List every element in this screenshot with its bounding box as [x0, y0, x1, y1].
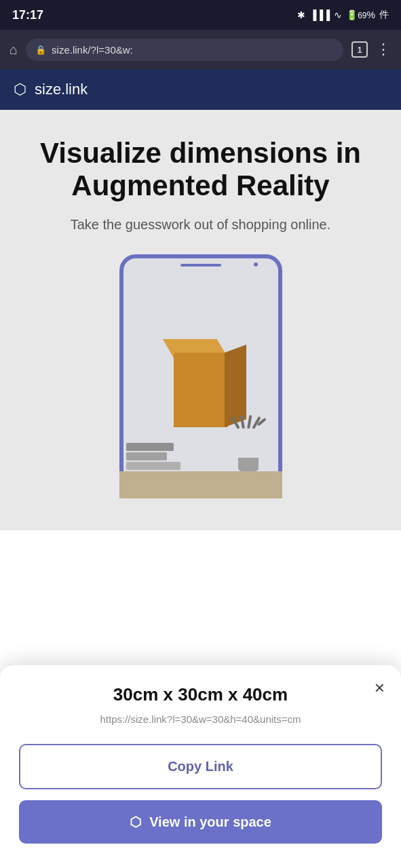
box-front — [174, 353, 228, 427]
book-3 — [126, 462, 180, 470]
leaf-2 — [240, 415, 244, 429]
status-bar: 17:17 ✱ ▐▐▐ ∿ 🔋69% 件 — [0, 0, 401, 30]
modal-title: 30cm x 30cm x 40cm — [19, 684, 382, 705]
status-icons: ✱ ▐▐▐ ∿ 🔋69% 件 — [297, 9, 389, 21]
hero-subtitle: Take the guesswork out of shopping onlin… — [20, 215, 381, 234]
plant-decoration — [228, 417, 269, 471]
view-in-space-label: View in your space — [149, 814, 271, 830]
phone-illustration — [119, 254, 282, 498]
phone-notch — [180, 264, 221, 267]
plant-pot — [238, 458, 259, 471]
plant-leaves — [228, 415, 269, 459]
address-bar[interactable]: 🔒 size.link/?l=30&w: — [26, 39, 343, 61]
table-surface — [119, 471, 282, 498]
site-logo-text: size.link — [35, 81, 88, 98]
extra-icon: 件 — [379, 9, 389, 21]
view-in-space-button[interactable]: ⬡ View in your space — [19, 800, 382, 844]
modal-sheet: × 30cm x 30cm x 40cm https://size.link?l… — [0, 665, 401, 868]
modal-url: https://size.link?l=30&w=30&h=40&units=c… — [19, 713, 382, 725]
box-3d — [164, 339, 238, 427]
hero-title: Visualize dimensions in Augmented Realit… — [20, 137, 381, 203]
wifi-icon: ∿ — [334, 9, 342, 20]
book-2 — [126, 452, 167, 460]
phone-dot — [254, 262, 258, 267]
copy-link-button[interactable]: Copy Link — [19, 744, 382, 789]
books-stack — [126, 443, 180, 471]
tab-count[interactable]: 1 — [351, 41, 368, 58]
hero-section: Visualize dimensions in Augmented Realit… — [0, 110, 401, 530]
battery-icon: 🔋69% — [346, 9, 375, 20]
book-1 — [126, 443, 174, 451]
browser-menu-button[interactable]: ⋮ — [376, 41, 392, 58]
browser-chrome: ⌂ 🔒 size.link/?l=30&w: 1 ⋮ — [0, 30, 401, 69]
lock-icon: 🔒 — [35, 45, 46, 55]
ar-icon: ⬡ — [130, 814, 141, 830]
leaf-1 — [231, 416, 240, 429]
address-text: size.link/?l=30&w: — [52, 44, 133, 56]
bluetooth-icon: ✱ — [297, 9, 305, 20]
leaf-3 — [247, 415, 252, 429]
site-header: ⬡ size.link — [0, 69, 401, 110]
home-icon[interactable]: ⌂ — [9, 42, 18, 58]
close-button[interactable]: × — [375, 679, 385, 696]
signal-icon: ▐▐▐ — [309, 9, 330, 20]
site-logo-icon: ⬡ — [14, 81, 26, 98]
status-time: 17:17 — [12, 8, 43, 22]
